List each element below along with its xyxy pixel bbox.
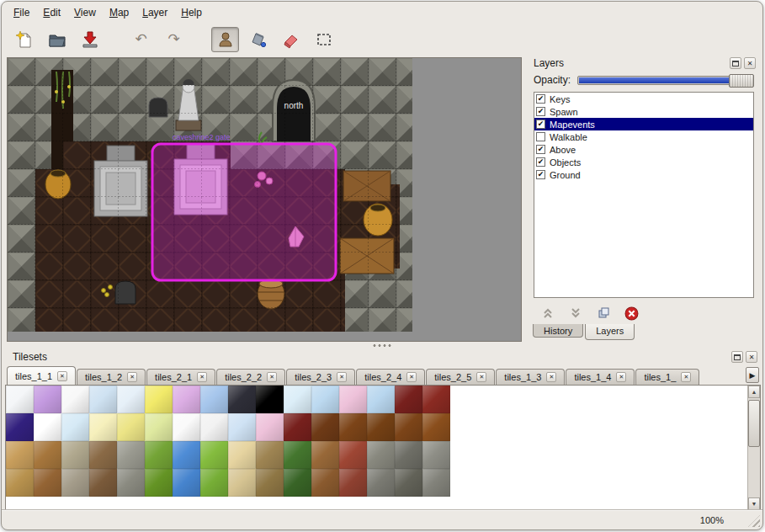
tile[interactable] [6, 386, 34, 413]
tile[interactable] [34, 469, 61, 497]
scrollbar-thumb[interactable] [748, 400, 760, 447]
tile[interactable] [311, 469, 339, 497]
tileset-tab-tiles_1_[interactable]: tiles_1_✕ [635, 369, 699, 385]
tile[interactable] [61, 469, 89, 497]
menu-item-view[interactable]: View [67, 3, 103, 22]
layer-row-objects[interactable]: ✔Objects [534, 156, 753, 168]
tile[interactable] [145, 469, 173, 497]
tile[interactable] [61, 441, 89, 469]
tile[interactable] [422, 386, 450, 413]
menu-item-map[interactable]: Map [103, 3, 135, 22]
tileset-tab-tiles_2_1[interactable]: tiles_2_1✕ [146, 369, 215, 385]
tile[interactable] [284, 441, 311, 469]
tileset-tab-tiles_2_3[interactable]: tiles_2_3✕ [286, 369, 355, 385]
undo-button[interactable]: ↶ [127, 27, 155, 52]
tile[interactable] [89, 441, 117, 469]
tile[interactable] [89, 413, 117, 441]
layer-move-up-button[interactable] [539, 305, 556, 322]
panel-tab-layers[interactable]: Layers [585, 324, 635, 340]
tile[interactable] [367, 441, 395, 469]
tile[interactable] [200, 469, 228, 497]
menu-item-edit[interactable]: Edit [36, 3, 67, 22]
tab-close-icon[interactable]: ✕ [546, 372, 556, 382]
tile[interactable] [145, 386, 173, 413]
layer-visibility-checkbox[interactable] [536, 132, 545, 141]
tile[interactable] [339, 441, 367, 469]
tile[interactable] [395, 386, 422, 413]
tile[interactable] [173, 413, 200, 441]
tile[interactable] [6, 469, 34, 497]
panel-tab-history[interactable]: History [533, 324, 583, 338]
tile[interactable] [117, 469, 145, 497]
tile[interactable] [200, 441, 228, 469]
layer-row-mapevents[interactable]: ✔Mapevents [534, 118, 753, 130]
tile[interactable] [367, 469, 395, 497]
actor-tool-button[interactable] [211, 27, 239, 52]
opacity-slider[interactable] [577, 76, 754, 85]
tile[interactable] [34, 386, 61, 413]
redo-button[interactable]: ↷ [160, 27, 188, 52]
float-panel-button[interactable] [731, 351, 743, 363]
tab-close-icon[interactable]: ✕ [127, 372, 137, 382]
tileset-tab-tiles_2_2[interactable]: tiles_2_2✕ [216, 369, 285, 385]
opacity-slider-handle[interactable] [729, 74, 754, 88]
layer-delete-button[interactable] [623, 305, 640, 322]
eraser-tool-button[interactable] [277, 27, 305, 52]
tile[interactable] [34, 413, 61, 441]
tileset-scrollbar[interactable]: ▲ ▼ [747, 386, 760, 510]
tileset-tab-tiles_1_2[interactable]: tiles_1_2✕ [77, 369, 146, 385]
tile[interactable] [256, 441, 284, 469]
tileset-tab-tiles_1_4[interactable]: tiles_1_4✕ [566, 369, 635, 385]
scroll-up-button[interactable]: ▲ [748, 386, 760, 398]
tile[interactable] [61, 413, 89, 441]
layer-visibility-checkbox[interactable]: ✔ [536, 145, 545, 154]
layer-row-above[interactable]: ✔Above [534, 143, 753, 156]
tile[interactable] [256, 469, 284, 497]
close-panel-button[interactable]: ✕ [744, 57, 756, 69]
open-button[interactable] [43, 27, 71, 52]
float-panel-button[interactable] [730, 57, 741, 69]
tile[interactable] [173, 386, 200, 413]
tileset-tab-tiles_1_3[interactable]: tiles_1_3✕ [496, 369, 565, 385]
tileset-grid[interactable] [6, 386, 450, 497]
tab-scroll-right-button[interactable]: ▶ [746, 367, 759, 383]
tab-close-icon[interactable]: ✕ [337, 372, 347, 382]
tile[interactable] [117, 386, 145, 413]
tile[interactable] [173, 441, 200, 469]
tile[interactable] [61, 386, 89, 413]
tile[interactable] [89, 469, 117, 497]
tile[interactable] [422, 469, 450, 497]
tile[interactable] [422, 413, 450, 441]
tile[interactable] [284, 469, 311, 497]
tile[interactable] [34, 441, 61, 469]
tab-close-icon[interactable]: ✕ [57, 371, 67, 381]
tile[interactable] [395, 413, 422, 441]
tile[interactable] [367, 413, 395, 441]
tile[interactable] [6, 441, 34, 469]
layer-visibility-checkbox[interactable]: ✔ [536, 94, 545, 104]
tile[interactable] [173, 469, 200, 497]
tab-close-icon[interactable]: ✕ [406, 372, 417, 382]
tile[interactable] [117, 441, 145, 469]
new-button[interactable] [10, 27, 38, 52]
tileset-tab-tiles_2_5[interactable]: tiles_2_5✕ [426, 369, 495, 385]
tile[interactable] [117, 413, 145, 441]
tile[interactable] [284, 386, 311, 413]
layer-row-ground[interactable]: ✔Ground [534, 168, 753, 181]
tile[interactable] [422, 441, 450, 469]
layer-row-spawn[interactable]: ✔Spawn [534, 105, 753, 118]
tile[interactable] [311, 413, 339, 441]
tile[interactable] [228, 386, 256, 413]
tab-close-icon[interactable]: ✕ [197, 372, 207, 382]
map-selection[interactable] [152, 144, 336, 280]
menu-item-help[interactable]: Help [174, 3, 209, 22]
resize-grip[interactable] [748, 515, 760, 527]
tile[interactable] [339, 469, 367, 497]
tile[interactable] [395, 469, 422, 497]
menu-item-layer[interactable]: Layer [135, 3, 174, 22]
tile[interactable] [228, 441, 256, 469]
tab-close-icon[interactable]: ✕ [476, 372, 486, 382]
close-panel-button[interactable]: ✕ [746, 351, 757, 363]
tile[interactable] [284, 413, 311, 441]
tile[interactable] [339, 386, 367, 413]
